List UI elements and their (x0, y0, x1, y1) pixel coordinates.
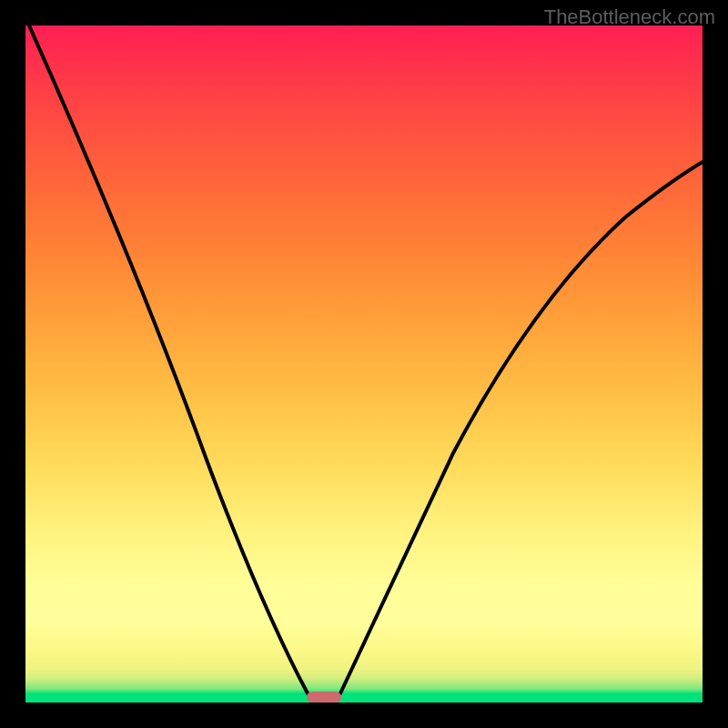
curve-right-branch (340, 162, 703, 693)
curve-left-branch (29, 25, 308, 693)
plot-area (25, 25, 703, 703)
bottleneck-curve (25, 25, 703, 703)
optimal-point-marker (307, 692, 341, 703)
chart-frame: TheBottleneck.com (0, 0, 728, 728)
watermark-label: TheBottleneck.com (544, 5, 715, 29)
